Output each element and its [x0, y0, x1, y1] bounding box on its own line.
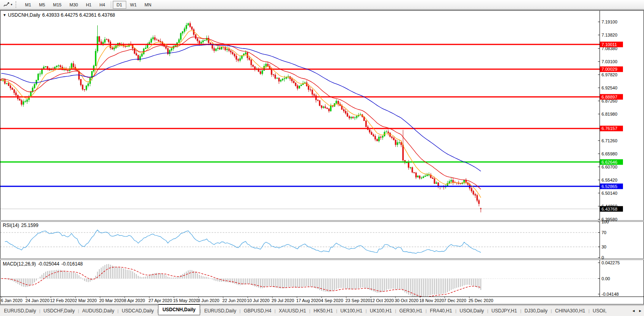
tab-gbpusd-h4[interactable]: GBPUSD,H4	[241, 306, 274, 316]
timeframe-toolbar: ▾ M1M5M15M30H1H4D1W1MN	[0, 0, 644, 10]
macd-indicator-label: MACD(12,26,9)-0.025044-0.016148	[3, 261, 83, 267]
tab-xauusd-h1[interactable]: XAUUSD,H1	[276, 306, 309, 316]
axis-label: 6.97820	[602, 72, 617, 77]
date-axis-label: 12 Oct 2020	[370, 298, 394, 303]
axis-label: 0.00	[602, 276, 610, 281]
axis-label: 7.19100	[602, 19, 617, 24]
level-price-badge: 6.52865	[602, 184, 617, 189]
chevron-down-icon: ▾	[11, 3, 12, 6]
timeframe-buttons: M1M5M15M30H1H4D1W1MN	[21, 1, 155, 9]
date-axis-label: 22 Jun 2020	[222, 298, 247, 303]
level-price-badge: 7.10011	[602, 42, 617, 47]
axis-label: 7.03100	[602, 59, 617, 64]
axis-label: 7.13820	[602, 33, 617, 37]
tab-usdcnh-daily[interactable]: USDCNH,Daily	[158, 304, 200, 315]
toolbar-grip[interactable]	[15, 1, 18, 8]
axis-label: 0	[602, 255, 604, 260]
timeframe-button-d1[interactable]: D1	[113, 1, 126, 9]
date-axis-label: 20 Mar 2020	[99, 298, 124, 303]
tab-scroll-left-icon[interactable]: ◄	[632, 309, 635, 313]
tab-audusd-daily[interactable]: AUDUSD,Daily	[79, 306, 118, 316]
tab-ger30-h1[interactable]: GER30,H1	[396, 306, 426, 316]
date-axis-label: 23 Sep 2020	[345, 298, 370, 303]
timeframe-button-w1[interactable]: W1	[126, 1, 141, 9]
axis-label: 6.71260	[602, 138, 617, 143]
chart-title: ▼USDCNH,Daily6.43933 6.44275 6.42361 6.4…	[3, 12, 115, 18]
macd-signal-value: -0.016148	[61, 261, 83, 267]
date-axis-label: 25 Dec 2020	[469, 298, 493, 303]
level-price-badges: 7.100117.000296.888976.761576.626466.528…	[600, 42, 623, 212]
level-price-badge: 6.62646	[602, 160, 617, 165]
tab-china300-h1[interactable]: CHINA300,H1	[552, 306, 588, 316]
level-price-badge: 6.76157	[602, 126, 617, 131]
tab-eurusd-daily[interactable]: EURUSD,Daily	[1, 306, 39, 316]
tab-usdchf-daily[interactable]: USDCHF,Daily	[40, 306, 78, 316]
timeframe-button-m30[interactable]: M30	[66, 1, 82, 9]
timeframe-button-m1[interactable]: M1	[21, 1, 35, 9]
timeframe-button-h4[interactable]: H4	[95, 1, 109, 9]
chart-canvas: 7.191007.138207.083807.031006.978206.925…	[0, 0, 644, 306]
date-axis-label: 2 Mar 2020	[75, 298, 97, 303]
rsi-line	[5, 230, 481, 254]
timeframe-button-h1[interactable]: H1	[82, 1, 95, 9]
price-axis[interactable]: 7.191007.138207.083807.031006.978206.925…	[598, 19, 620, 297]
tab-eurusd-daily[interactable]: EURUSD,Daily	[201, 306, 239, 316]
tab-scroll-arrows: ◄ ►	[632, 309, 642, 313]
macd-main-value: -0.025044	[38, 261, 59, 267]
mt4-window: ▾ M1M5M15M30H1H4D1W1MN 7.191007.138207.0…	[0, 0, 644, 316]
tab-usoil[interactable]: USOil,	[590, 306, 610, 316]
ma-lines	[1, 31, 481, 198]
rsi-value: 25.1599	[21, 223, 38, 228]
date-axis-label: 3 Jun 2020	[198, 298, 219, 303]
date-axis-label: 7 Dec 2020	[444, 298, 466, 303]
date-axis[interactable]: 6 Jan 202024 Jan 202012 Feb 20202 Mar 20…	[1, 297, 493, 303]
price-levels[interactable]	[0, 45, 600, 186]
tab-uk100-h1[interactable]: UK100,H1	[337, 306, 365, 316]
chart-symbol-label: USDCNH,Daily	[8, 12, 40, 18]
tab-dj30-daily[interactable]: DJ30,Daily	[521, 306, 551, 316]
timeframe-button-mn[interactable]: MN	[141, 1, 155, 9]
pane-borders	[0, 10, 644, 304]
date-axis-label: 24 Jan 2020	[25, 298, 50, 303]
rsi-pane	[0, 230, 600, 254]
level-price-badge: 7.00029	[602, 67, 617, 72]
date-axis-label: 18 Nov 2020	[419, 298, 444, 303]
axis-label: 100	[602, 219, 609, 224]
tab-usdcad-daily[interactable]: USDCAD,Daily	[119, 306, 157, 316]
timeframe-button-m5[interactable]: M5	[35, 1, 49, 9]
axis-label: 6.60700	[602, 165, 617, 169]
date-axis-label: 17 Aug 2020	[296, 298, 321, 303]
tab-fra40-h1[interactable]: FRA40,H1	[427, 306, 455, 316]
chart-tool-button[interactable]: ▾	[2, 1, 14, 8]
tab-hk50-h1[interactable]: HK50,H1	[310, 306, 336, 316]
date-axis-label: 29 Jul 2020	[272, 298, 294, 303]
date-axis-label: 27 Apr 2020	[148, 298, 172, 303]
symbol-tabs: EURUSD,Daily|USDCHF,Daily|AUDUSD,Daily|U…	[1, 306, 610, 316]
axis-label: 6.65980	[602, 151, 617, 156]
date-axis-label: 12 Feb 2020	[50, 298, 75, 303]
date-axis-label: 30 Oct 2020	[395, 298, 418, 303]
chart-ohlc-values: 6.43933 6.44275 6.42361 6.43768	[42, 12, 115, 18]
tab-scroll-right-icon[interactable]: ►	[638, 309, 642, 313]
tab-uk100-h1[interactable]: UK100,H1	[367, 306, 395, 316]
date-axis-label: 6 Jan 2020	[1, 298, 22, 303]
tab-usdjpy-h1[interactable]: USDJPY,H1	[488, 306, 520, 316]
chart-cursor-icon	[3, 2, 10, 8]
toolbar-separator	[111, 1, 111, 8]
timeframe-button-m15[interactable]: M15	[49, 1, 66, 9]
collapse-icon[interactable]: ▼	[3, 13, 6, 17]
axis-label: 6.81980	[602, 112, 617, 116]
symbol-tabbar: EURUSD,Daily|USDCHF,Daily|AUDUSD,Daily|U…	[0, 305, 644, 316]
macd-histogram	[1, 264, 481, 299]
axis-label: 6.55420	[602, 178, 617, 182]
candles	[1, 21, 482, 212]
tab-usoil-daily[interactable]: USOil,Daily	[457, 306, 487, 316]
rsi-name: RSI(14)	[3, 223, 19, 228]
macd-name: MACD(12,26,9)	[3, 261, 36, 267]
axis-label: -0.04148	[602, 292, 619, 297]
rsi-indicator-label: RSI(14)25.1599	[3, 223, 39, 228]
macd-pane	[0, 264, 600, 299]
level-price-badge: 6.43768	[602, 207, 617, 211]
axis-label: 0.042275	[602, 260, 620, 265]
date-axis-label: 15 May 2020	[173, 298, 199, 303]
